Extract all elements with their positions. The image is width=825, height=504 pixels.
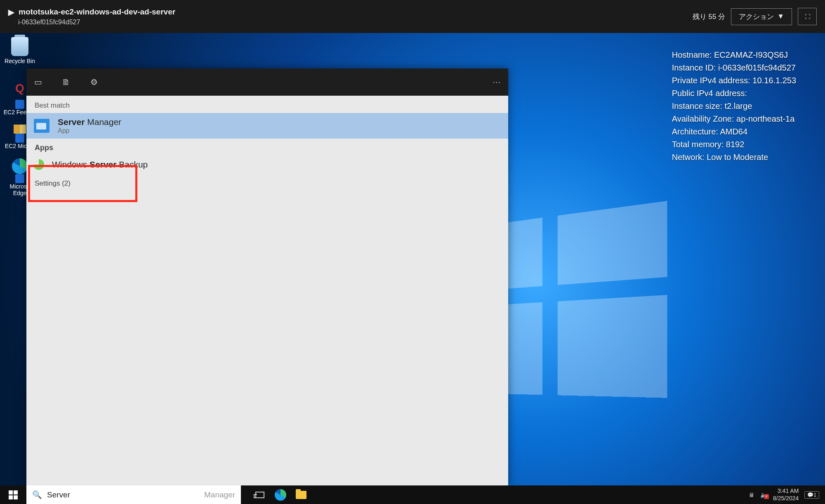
taskbar-pinned bbox=[241, 485, 310, 504]
az-key: Availability Zone: bbox=[672, 114, 734, 123]
session-topbar: ▶ mototsuka-ec2-windows-ad-dev-ad-server… bbox=[0, 0, 825, 33]
start-search-panel: ▭ 🗎 ⚙ ⋯ Best match Server Manager App Ap… bbox=[26, 68, 508, 485]
system-tray: 🖥 🔈× 3:41 AM 8/25/2024 💬1 bbox=[749, 485, 825, 504]
shortcut-icon bbox=[15, 100, 24, 109]
recycle-bin-label: Recycle Bin bbox=[3, 58, 36, 64]
hostname-key: Hostname: bbox=[672, 50, 712, 59]
more-icon[interactable]: ⋯ bbox=[492, 77, 502, 87]
tray-time: 3:41 AM bbox=[773, 488, 799, 495]
topbar-right: 残り 55 分 アクション ▼ ⛶ bbox=[693, 8, 817, 25]
apps-header: Apps bbox=[26, 139, 508, 155]
action-dropdown[interactable]: アクション ▼ bbox=[731, 8, 792, 25]
hostname-value: EC2AMAZ-I93QS6J bbox=[714, 50, 788, 59]
wsb-icon bbox=[33, 159, 45, 170]
publicip-key: Public IPv4 address: bbox=[672, 89, 747, 98]
fullscreen-button[interactable]: ⛶ bbox=[798, 8, 817, 25]
filter-documents-icon[interactable]: 🗎 bbox=[61, 77, 71, 87]
mem-value: 8192 bbox=[726, 140, 745, 149]
shortcut-icon bbox=[15, 134, 24, 143]
result-text: Server Manager App bbox=[58, 117, 121, 134]
size-key: Instance size: bbox=[672, 101, 722, 111]
result-windows-server-backup[interactable]: Windows Server Backup bbox=[26, 155, 508, 174]
taskbar: 🔍 Manager 🖥 🔈× 3:41 AM 8/25/2024 💬1 bbox=[0, 485, 825, 504]
action-label: アクション bbox=[739, 12, 774, 21]
mute-badge: × bbox=[764, 494, 769, 499]
best-match-header: Best match bbox=[26, 96, 508, 113]
task-view-button[interactable] bbox=[251, 485, 269, 504]
shortcut-icon bbox=[15, 174, 24, 183]
privateip-key: Private IPv4 address: bbox=[672, 76, 750, 85]
tray-network-icon[interactable]: 🖥 bbox=[749, 492, 754, 498]
play-icon: ▶ bbox=[8, 7, 14, 17]
settings-results[interactable]: Settings (2) bbox=[26, 174, 508, 190]
search-ghost-text: Manager bbox=[204, 490, 235, 499]
session-title[interactable]: ▶ mototsuka-ec2-windows-ad-dev-ad-server bbox=[8, 7, 175, 17]
mem-key: Total memory: bbox=[672, 140, 724, 149]
tray-volume-icon[interactable]: 🔈× bbox=[760, 492, 767, 498]
result-subtitle: App bbox=[58, 127, 121, 134]
chevron-down-icon: ▼ bbox=[777, 12, 784, 21]
arch-value: AMD64 bbox=[720, 127, 747, 136]
windows-icon bbox=[9, 490, 18, 499]
arch-key: Architecture: bbox=[672, 127, 718, 136]
search-panel-header: ▭ 🗎 ⚙ ⋯ bbox=[26, 68, 508, 96]
task-view-icon bbox=[255, 492, 264, 498]
edge-icon bbox=[275, 489, 286, 501]
tray-date: 8/25/2024 bbox=[773, 495, 799, 502]
session-title-text: mototsuka-ec2-windows-ad-dev-ad-server bbox=[19, 7, 175, 16]
taskbar-edge[interactable] bbox=[271, 485, 290, 504]
taskbar-search[interactable]: 🔍 Manager bbox=[26, 485, 241, 504]
server-manager-icon bbox=[33, 117, 50, 134]
tray-notifications[interactable]: 💬1 bbox=[804, 491, 819, 499]
instanceid-key: Instance ID: bbox=[672, 63, 716, 72]
tray-clock[interactable]: 3:41 AM 8/25/2024 bbox=[773, 488, 799, 502]
notif-count: 1 bbox=[813, 492, 816, 498]
folder-icon bbox=[296, 491, 306, 499]
az-value: ap-northeast-1a bbox=[736, 114, 794, 123]
result-server-manager[interactable]: Server Manager App bbox=[26, 113, 508, 139]
instanceid-value: i-0633ef015fc94d527 bbox=[718, 63, 796, 72]
instance-info-overlay: Hostname: EC2AMAZ-I93QS6J Instance ID: i… bbox=[672, 49, 796, 164]
size-value: t2.large bbox=[725, 101, 752, 111]
search-icon: 🔍 bbox=[32, 490, 42, 499]
result-title: Server Manager bbox=[58, 117, 121, 127]
net-key: Network: bbox=[672, 153, 705, 162]
filter-all-icon[interactable]: ▭ bbox=[33, 77, 43, 87]
desktop[interactable]: Recycle Bin Q EC2 Feedba EC2 Micros Micr… bbox=[0, 33, 825, 485]
session-subtitle: i-0633ef015fc94d527 bbox=[18, 19, 175, 26]
filter-settings-icon[interactable]: ⚙ bbox=[89, 77, 99, 87]
net-value: Low to Moderate bbox=[707, 153, 768, 162]
start-button[interactable] bbox=[0, 485, 26, 504]
recycle-bin-icon bbox=[11, 37, 28, 56]
privateip-value: 10.16.1.253 bbox=[752, 76, 796, 85]
wsb-title: Windows Server Backup bbox=[52, 160, 148, 170]
taskbar-file-explorer[interactable] bbox=[292, 485, 310, 504]
session-timer: 残り 55 分 bbox=[693, 12, 725, 21]
topbar-left: ▶ mototsuka-ec2-windows-ad-dev-ad-server… bbox=[8, 7, 175, 26]
fullscreen-icon: ⛶ bbox=[805, 14, 810, 20]
recycle-bin[interactable]: Recycle Bin bbox=[3, 37, 36, 64]
